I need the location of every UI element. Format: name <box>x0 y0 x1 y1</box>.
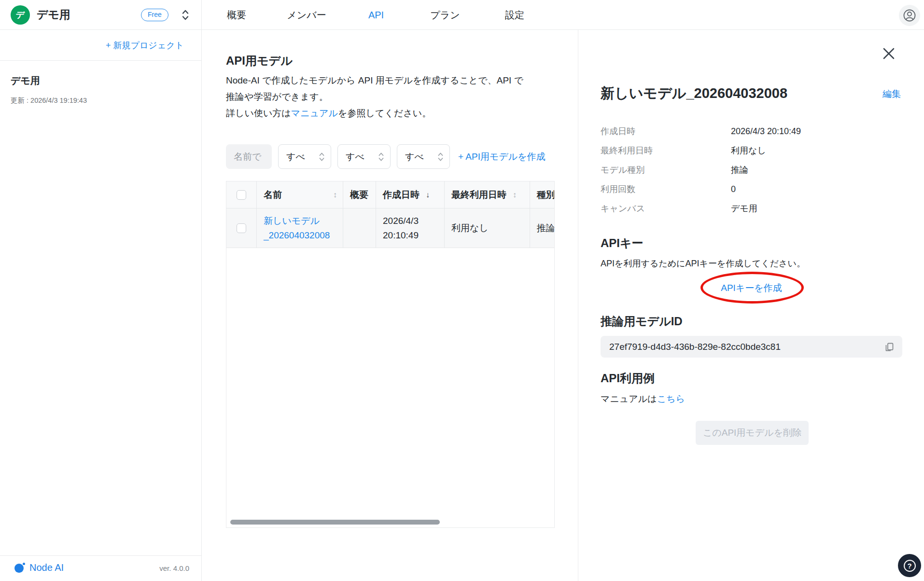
model-name-line1: 新しいモデル <box>264 216 320 226</box>
table-header-row: 名前 ↕ 概要 作成日時 ↓ 最終利用日時 ↕ 種別 <box>226 181 554 208</box>
top-nav-bar: 概要 メンバー API プラン 設定 <box>202 0 924 30</box>
row-checkbox-cell <box>226 208 256 248</box>
chevron-updown-icon <box>378 152 384 162</box>
row-lastused-cell: 利用なし <box>444 208 530 248</box>
name-filter-input[interactable]: 名前で <box>226 144 272 169</box>
column-header-created[interactable]: 作成日時 ↓ <box>376 181 444 208</box>
api-example-section-title: API利用例 <box>601 371 655 386</box>
detail-value: デモ用 <box>731 203 757 214</box>
help-button[interactable]: ? <box>898 554 921 577</box>
workspace-header: デ デモ用 Free <box>0 0 201 30</box>
help-icon: ? <box>904 560 916 572</box>
detail-row-canvas: キャンバス デモ用 <box>601 199 902 218</box>
node-ai-logo-text: Node AI <box>29 562 64 573</box>
detail-label: モデル種別 <box>601 164 731 176</box>
column-header-name-label: 名前 <box>264 189 282 201</box>
plan-badge: Free <box>141 9 168 21</box>
table-row: 新しいモデル _202604032008 2026/4/3 20:10:49 利… <box>226 208 554 248</box>
chevron-updown-icon <box>437 152 444 162</box>
select-all-cell <box>226 181 256 208</box>
model-id-section-title: 推論用モデルID <box>601 314 683 329</box>
edit-link[interactable]: 編集 <box>882 88 901 100</box>
chevron-updown-icon <box>319 152 325 162</box>
column-header-summary: 概要 <box>343 181 376 208</box>
detail-row-lastused: 最終利用日時 利用なし <box>601 141 902 160</box>
detail-row-modeltype: モデル種別 推論 <box>601 160 902 180</box>
row-type-value: 推論 <box>537 222 554 235</box>
detail-row-created: 作成日時 2026/4/3 20:10:49 <box>601 122 902 141</box>
row-lastused-value: 利用なし <box>451 222 489 235</box>
row-created-cell: 2026/4/3 20:10:49 <box>376 208 444 248</box>
column-header-lastused-label: 最終利用日時 <box>451 189 506 201</box>
horizontal-scrollbar[interactable] <box>230 520 440 525</box>
row-created-line1: 2026/4/3 <box>383 216 419 226</box>
workspace-switcher-icon[interactable] <box>181 9 190 21</box>
model-name-line2: _202604032008 <box>264 230 330 240</box>
detail-value: 2026/4/3 20:10:49 <box>731 126 801 137</box>
main-content: API用モデル Node-AI で作成したモデルから API 用モデルを作成する… <box>202 30 578 581</box>
project-list-item[interactable]: デモ用 更新 : 2026/4/3 19:19:43 <box>0 61 201 119</box>
tab-plan[interactable]: プラン <box>430 0 460 30</box>
row-summary-cell <box>343 208 376 248</box>
page-title: API用モデル <box>226 53 293 69</box>
tab-api[interactable]: API <box>368 0 384 30</box>
model-name-link[interactable]: 新しいモデル _202604032008 <box>264 214 330 243</box>
api-model-table: 名前 ↕ 概要 作成日時 ↓ 最終利用日時 ↕ 種別 <box>226 181 555 528</box>
api-key-link-row: APIキーを作成 <box>601 282 902 294</box>
api-example-line: マニュアルはこちら <box>601 393 685 405</box>
description-line-1: Node-AI で作成したモデルから API 用モデルを作成することで、API … <box>226 72 523 89</box>
column-header-name[interactable]: 名前 ↕ <box>256 181 343 208</box>
api-example-prefix: マニュアルは <box>601 394 657 404</box>
create-api-key-link[interactable]: APIキーを作成 <box>721 283 782 293</box>
create-api-model-link[interactable]: + API用モデルを作成 <box>458 151 546 163</box>
filter-select-1-value: すべ <box>286 151 305 163</box>
api-key-section-title: APIキー <box>601 235 644 251</box>
row-type-cell: 推論 <box>530 208 554 248</box>
node-ai-logo: Node AI <box>14 562 64 573</box>
description-line-3-prefix: 詳しい使い方は <box>226 108 291 118</box>
sidebar-footer: Node AI ver. 4.0.0 <box>0 555 201 581</box>
description-line-3-suffix: を参照してください。 <box>338 108 431 118</box>
user-account-icon <box>902 8 917 23</box>
api-example-manual-link[interactable]: こちら <box>657 394 685 404</box>
tab-overview[interactable]: 概要 <box>227 0 246 30</box>
detail-row-usagecount: 利用回数 0 <box>601 180 902 199</box>
detail-value: 推論 <box>731 164 748 176</box>
description-line-3: 詳しい使い方はマニュアルを参照してください。 <box>226 105 523 122</box>
filter-select-3[interactable]: すべ <box>397 144 450 169</box>
copy-icon[interactable] <box>883 341 896 353</box>
description-line-2: 推論や学習ができます。 <box>226 89 523 105</box>
project-name: デモ用 <box>11 74 191 87</box>
detail-label: 最終利用日時 <box>601 145 731 156</box>
select-all-checkbox[interactable] <box>237 190 246 200</box>
manual-link[interactable]: マニュアル <box>291 108 338 118</box>
tab-settings[interactable]: 設定 <box>505 0 524 30</box>
workspace-name: デモ用 <box>37 0 70 29</box>
new-project-link[interactable]: + 新規プロジェクト <box>106 41 184 50</box>
filter-select-2-value: すべ <box>346 151 364 163</box>
app-version: ver. 4.0.0 <box>159 556 189 581</box>
column-header-type: 種別 <box>530 181 554 208</box>
filter-select-1[interactable]: すべ <box>278 144 331 169</box>
model-id-value: 27ef7919-d4d3-436b-829e-82cc0bde3c81 <box>609 342 781 352</box>
sort-updown-icon[interactable]: ↕ <box>513 191 517 199</box>
row-checkbox[interactable] <box>237 223 246 233</box>
new-project-row: + 新規プロジェクト <box>0 30 201 61</box>
detail-label: 利用回数 <box>601 183 731 195</box>
filter-select-2[interactable]: すべ <box>337 144 391 169</box>
model-id-box: 27ef7919-d4d3-436b-829e-82cc0bde3c81 <box>601 336 902 358</box>
workspace-avatar[interactable]: デ <box>11 5 30 25</box>
close-icon[interactable] <box>881 46 896 61</box>
sort-updown-icon[interactable]: ↕ <box>333 191 337 199</box>
column-header-lastused[interactable]: 最終利用日時 ↕ <box>444 181 530 208</box>
sort-down-icon[interactable]: ↓ <box>426 191 430 199</box>
model-detail-panel: 新しいモデル_202604032008 編集 作成日時 2026/4/3 20:… <box>578 30 924 581</box>
column-header-type-label: 種別 <box>537 189 554 201</box>
detail-label: キャンバス <box>601 203 731 214</box>
column-header-created-label: 作成日時 <box>383 189 420 201</box>
row-name-cell: 新しいモデル _202604032008 <box>256 208 343 248</box>
account-button[interactable] <box>899 5 920 26</box>
delete-api-model-button[interactable]: このAPI用モデルを削除 <box>696 421 809 445</box>
detail-label: 作成日時 <box>601 125 731 137</box>
tab-members[interactable]: メンバー <box>287 0 326 30</box>
